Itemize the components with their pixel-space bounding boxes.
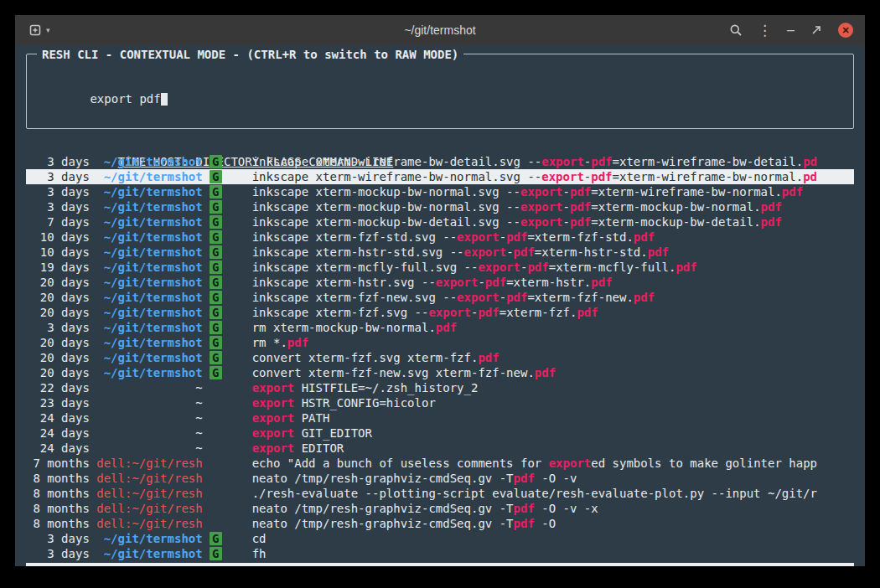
- history-row[interactable]: 20 days~/git/termshotGconvert xterm-fzf-…: [26, 365, 854, 380]
- row-host-directory: ~/git/termshot: [96, 350, 202, 365]
- command-text: neato /tmp/resh-graphviz-cmdSeq.gv -T: [252, 517, 514, 530]
- history-row[interactable]: 20 days~/git/termshotGinkscape xterm-fzf…: [26, 305, 854, 320]
- close-button[interactable]: ✕: [838, 23, 853, 38]
- row-time: 19 days: [26, 260, 90, 275]
- row-flags: G: [210, 350, 245, 365]
- row-flags: [210, 516, 245, 531]
- command-match-highlight: export: [549, 456, 592, 470]
- menu-button[interactable]: ⋮: [758, 23, 772, 38]
- command-text: convert xterm-fzf-new.svg xterm-fzf-new.: [252, 366, 535, 379]
- row-command: export PATH: [252, 410, 854, 426]
- history-row[interactable]: 8 monthsdell:~/git/reshneato /tmp/resh-g…: [26, 471, 854, 486]
- command-text: -: [584, 155, 591, 168]
- command-match-highlight: pdf: [676, 260, 696, 274]
- command-match-highlight: export: [541, 155, 584, 168]
- row-flags: [210, 441, 245, 456]
- maximize-button[interactable]: [810, 23, 823, 37]
- command-text: =xterm-mockup-bw-detail.: [591, 215, 760, 229]
- command-text: inkscape xterm-fzf-new.svg --: [252, 291, 457, 304]
- terminal-content[interactable]: RESH CLI - CONTEXTUAL MODE - (CTRL+R to …: [15, 45, 865, 566]
- history-row[interactable]: 22 days~export HISTFILE=~/.zsh_history_2: [26, 380, 854, 395]
- command-match-highlight: pdf: [782, 185, 803, 199]
- history-row[interactable]: 7 days~/git/termshotGinkscape xterm-mock…: [26, 214, 854, 230]
- command-text: =xterm-hstr-std.: [535, 245, 648, 259]
- history-row[interactable]: 20 days~/git/termshotGconvert xterm-fzf.…: [26, 350, 854, 365]
- history-row[interactable]: 20 days~/git/termshotGinkscape xterm-hst…: [26, 275, 854, 290]
- command-text: =xterm-hstr.: [506, 276, 591, 289]
- command-text: HSTR_CONFIG=hicolor: [294, 396, 436, 410]
- command-text: neato /tmp/resh-graphviz-cmdSeq.gv -T: [252, 502, 514, 515]
- row-time: 3 days: [26, 320, 90, 335]
- git-flag-badge: G: [210, 185, 221, 199]
- row-host-directory: ~: [96, 395, 202, 410]
- search-query[interactable]: export pdf: [90, 92, 160, 106]
- git-flag-badge: G: [210, 215, 221, 229]
- command-text: EDITOR: [294, 441, 344, 455]
- history-row-selected[interactable]: 3 days~/git/termshotGinkscape xterm-wire…: [26, 169, 854, 184]
- row-flags: G: [210, 230, 245, 245]
- row-time: 24 days: [26, 410, 90, 426]
- command-match-highlight: export: [457, 291, 500, 304]
- history-row[interactable]: 7 monthsdell:~/git/reshecho "Add a bunch…: [26, 456, 854, 471]
- history-row[interactable]: 8 monthsdell:~/git/reshneato /tmp/resh-g…: [26, 516, 854, 531]
- history-row[interactable]: 24 days~export GIT_EDITOR: [26, 426, 854, 441]
- history-row[interactable]: 3 days~/git/termshotGcd: [26, 531, 854, 546]
- history-row[interactable]: 10 days~/git/termshotGinkscape xterm-hst…: [26, 245, 854, 260]
- command-match-highlight: export: [252, 426, 295, 440]
- command-text: -: [506, 245, 513, 259]
- row-time: 7 days: [26, 214, 90, 230]
- command-text: inkscape xterm-hstr-std.svg --: [252, 245, 464, 259]
- command-text: rm *.: [252, 336, 287, 349]
- command-text: PATH: [294, 411, 329, 425]
- row-flags: G: [210, 275, 245, 290]
- command-match-highlight: pdf: [514, 245, 535, 259]
- history-row[interactable]: 19 days~/git/termshotGinkscape xterm-mcf…: [26, 260, 854, 275]
- command-match-highlight: pdf: [436, 321, 457, 334]
- row-time: 7 months: [26, 456, 90, 471]
- new-tab-button[interactable]: ▾: [28, 23, 50, 37]
- history-row[interactable]: 24 days~export EDITOR: [26, 441, 854, 456]
- history-row[interactable]: 3 days~/git/termshotGrm xterm-mockup-bw-…: [26, 320, 854, 335]
- row-command: echo "Add a bunch of useless comments fo…: [252, 456, 854, 471]
- command-text: -: [563, 200, 570, 214]
- row-time: 3 days: [26, 184, 90, 199]
- command-text: -: [500, 230, 506, 244]
- row-command: inkscape xterm-mcfly-full.svg --export-p…: [252, 260, 854, 275]
- command-match-highlight: export: [478, 260, 520, 274]
- row-command: inkscape xterm-fzf-new.svg --export-pdf=…: [252, 290, 854, 305]
- history-row[interactable]: 23 days~export HSTR_CONFIG=hicolor: [26, 395, 854, 410]
- row-host-directory: dell:~/git/resh: [96, 471, 202, 486]
- row-host-directory: ~/git/termshot: [96, 260, 202, 275]
- history-row[interactable]: 20 days~/git/termshotGinkscape xterm-fzf…: [26, 290, 854, 305]
- row-host-directory: ~/git/termshot: [96, 305, 202, 320]
- command-text: =xterm-fzf.: [500, 306, 577, 319]
- command-text: -: [478, 276, 484, 289]
- command-text: neato /tmp/resh-graphviz-cmdSeq.gv -T: [252, 472, 514, 485]
- history-row[interactable]: 8 monthsdell:~/git/reshneato /tmp/resh-g…: [26, 501, 854, 516]
- command-match-highlight: pdf: [761, 215, 782, 229]
- history-row[interactable]: 3 days~/git/termshotGinkscape xterm-wire…: [26, 154, 854, 169]
- command-text: inkscape xterm-wireframe-bw-normal.svg -…: [252, 170, 542, 183]
- history-row[interactable]: 20 days~/git/termshotGrm *.pdf: [26, 335, 854, 350]
- row-command: inkscape xterm-fzf-std.svg --export-pdf=…: [252, 230, 854, 245]
- search-box[interactable]: RESH CLI - CONTEXTUAL MODE - (CTRL+R to …: [26, 54, 854, 129]
- command-match-highlight: pdf: [287, 336, 308, 349]
- minimize-button[interactable]: –: [787, 23, 795, 37]
- history-row[interactable]: 3 days~/git/termshotGinkscape xterm-mock…: [26, 199, 854, 214]
- row-command: inkscape xterm-fzf.svg --export-pdf=xter…: [252, 305, 854, 320]
- history-row[interactable]: 24 days~export PATH: [26, 410, 854, 426]
- search-button[interactable]: [729, 23, 743, 37]
- git-flag-badge: G: [210, 230, 221, 244]
- kebab-menu-icon: ⋮: [758, 23, 772, 38]
- row-time: 10 days: [26, 230, 90, 245]
- history-row[interactable]: 3 days~/git/termshotGfh: [26, 546, 854, 561]
- titlebar[interactable]: ▾ ~/git/termshot ⋮ –: [15, 15, 865, 45]
- history-row[interactable]: 3 days~/git/termshotGinkscape xterm-mock…: [26, 184, 854, 199]
- history-row[interactable]: 8 monthsdell:~/git/resh./resh-evaluate -…: [26, 486, 854, 501]
- row-flags: [210, 486, 245, 501]
- row-flags: [210, 456, 245, 471]
- history-row[interactable]: 10 days~/git/termshotGinkscape xterm-fzf…: [26, 230, 854, 245]
- command-match-highlight: export: [252, 396, 295, 410]
- row-command: inkscape xterm-mockup-bw-normal.svg --ex…: [252, 184, 854, 199]
- row-time: 20 days: [26, 350, 90, 365]
